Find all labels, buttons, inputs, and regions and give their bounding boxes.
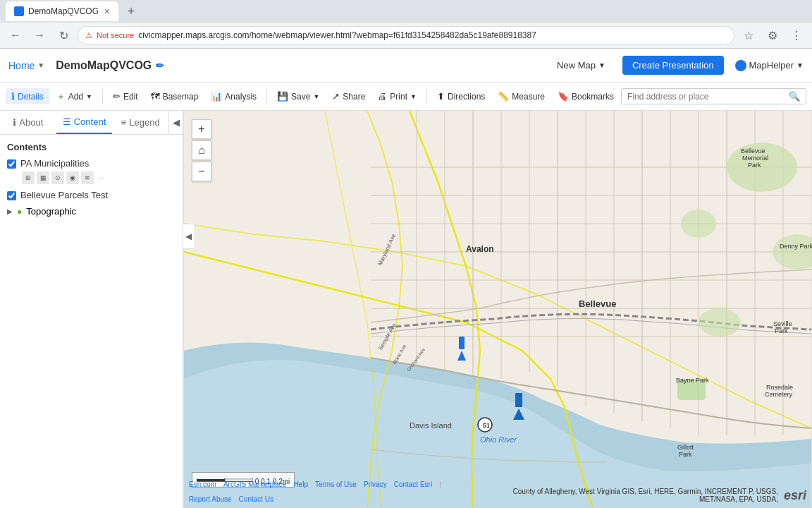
toolbar-separator-1	[102, 89, 103, 104]
map-container[interactable]: Bellevue Avalon Davis Island Ohio River …	[183, 111, 812, 508]
layer-tool-analysis[interactable]: ≋	[81, 171, 94, 184]
tab-content[interactable]: ☰ Content	[56, 111, 113, 134]
layer-group-name: Topographic	[26, 206, 76, 217]
share-icon: ↗	[332, 91, 340, 102]
arcgis-marketplace-link[interactable]: ArcGIS Marketplace	[223, 480, 286, 488]
tab-legend[interactable]: ≡ Legend	[112, 111, 168, 134]
directions-button[interactable]: ⬆ Directions	[431, 88, 491, 104]
bookmarks-button[interactable]: 🔖 Bookmarks	[552, 88, 620, 104]
content-icon: ☰	[63, 116, 71, 127]
layer-name-pa-municipalities: PA Municipalities	[20, 158, 109, 169]
layer-item-bellevue-parcels: Bellevue Parcels Test	[7, 190, 176, 200]
esri-com-link[interactable]: Esri.com	[189, 480, 216, 488]
new-map-chevron-icon: ▼	[598, 61, 605, 69]
create-presentation-button[interactable]: Create Presentation	[622, 56, 724, 75]
svg-text:Denny Park: Denny Park	[780, 243, 812, 250]
measure-icon: 📏	[498, 91, 509, 102]
zoom-home-button[interactable]: ⌂	[192, 140, 211, 160]
privacy-link[interactable]: Privacy	[364, 480, 387, 488]
save-label: Save	[291, 92, 310, 102]
svg-text:Avalon: Avalon	[466, 244, 494, 254]
svg-text:Park: Park	[748, 162, 761, 169]
measure-button[interactable]: 📏 Measure	[492, 88, 550, 104]
extensions-button[interactable]: ⚙	[763, 25, 782, 45]
contact-us-link[interactable]: Contact Us	[239, 495, 273, 503]
svg-text:Gillott: Gillott	[677, 444, 694, 451]
edit-title-icon[interactable]: ✏	[156, 60, 164, 71]
tab-bar: DemoMapQVCOG × +	[0, 0, 812, 23]
layer-group-topographic[interactable]: ▶ ● Topographic	[7, 206, 176, 217]
svg-rect-6	[459, 337, 465, 349]
svg-rect-8	[515, 393, 522, 407]
back-button[interactable]: ←	[6, 25, 25, 45]
sidebar: ℹ About ☰ Content ≡ Legend ◀ Contents PA…	[0, 111, 183, 508]
svg-text:51: 51	[483, 422, 490, 429]
forward-button[interactable]: →	[30, 25, 49, 45]
toolbar-separator-3	[426, 89, 427, 104]
map-controls: + ⌂ −	[192, 119, 211, 181]
svg-point-4	[681, 210, 716, 238]
attribution-links: Esri.com ArcGIS Marketplace Help Terms o…	[189, 480, 484, 503]
help-link[interactable]: Help	[293, 480, 308, 488]
address-bar[interactable]: ⚠ Not secure civicmapper.maps.arcgis.com…	[78, 26, 734, 44]
main-layout: ℹ About ☰ Content ≡ Legend ◀ Contents PA…	[0, 111, 812, 508]
print-icon: 🖨	[378, 91, 387, 102]
contents-header: Contents	[7, 142, 176, 152]
zoom-out-button[interactable]: −	[192, 162, 211, 181]
share-button[interactable]: ↗ Share	[326, 88, 371, 104]
legend-label: Legend	[129, 117, 159, 128]
print-button[interactable]: 🖨 Print ▼	[372, 88, 422, 104]
map-title: DemoMapQVCOG ✏	[56, 59, 164, 72]
svg-text:Bayne Park: Bayne Park	[676, 377, 709, 384]
layer-tools-pa-municipalities: ⊞ ▦ ⊙ ◉ ≋ ···	[22, 171, 109, 184]
analysis-button[interactable]: 📊 Analysis	[205, 88, 262, 104]
search-input[interactable]	[627, 92, 785, 102]
add-button[interactable]: ＋ Add ▼	[51, 87, 98, 106]
sidebar-tabs: ℹ About ☰ Content ≡ Legend ◀	[0, 111, 183, 135]
sidebar-expand-button[interactable]: ◀	[183, 224, 195, 249]
layer-group-chevron-icon: ▶	[7, 207, 13, 215]
contact-link[interactable]: Contact Esri	[394, 480, 432, 488]
svg-text:Bellevue: Bellevue	[741, 147, 765, 155]
search-icon[interactable]: 🔍	[789, 91, 800, 102]
svg-text:Ohio River: Ohio River	[480, 435, 517, 444]
layer-checkbox-pa-municipalities[interactable]	[7, 159, 16, 169]
details-button[interactable]: ℹ Details	[6, 88, 49, 104]
layer-tool-grid[interactable]: ▦	[37, 171, 49, 184]
svg-text:Davis Island: Davis Island	[410, 421, 452, 430]
sidebar-collapse-button[interactable]: ◀	[168, 111, 183, 134]
maphelper-chevron-icon: ▼	[796, 61, 804, 69]
add-icon: ＋	[56, 90, 66, 103]
zoom-in-button[interactable]: +	[192, 119, 211, 139]
new-map-button[interactable]: New Map ▼	[551, 57, 611, 73]
tab-about[interactable]: ℹ About	[0, 111, 56, 134]
layer-tool-more[interactable]: ···	[96, 171, 109, 184]
esri-logo: esri	[784, 488, 806, 503]
svg-text:Seville: Seville	[773, 320, 792, 327]
layer-checkbox-bellevue-parcels[interactable]	[7, 191, 16, 200]
layer-name-bellevue-parcels: Bellevue Parcels Test	[20, 190, 176, 200]
menu-button[interactable]: ⋮	[787, 25, 806, 45]
maphelper-button[interactable]: MapHelper ▼	[735, 60, 804, 71]
refresh-button[interactable]: ↻	[54, 25, 73, 45]
layer-tool-filter[interactable]: ⊙	[51, 171, 64, 184]
tab-close-button[interactable]: ×	[104, 6, 110, 17]
save-button[interactable]: 💾 Save ▼	[271, 88, 325, 104]
layer-tool-table[interactable]: ⊞	[22, 171, 35, 184]
layer-group-dot-icon: ●	[17, 207, 22, 217]
search-box[interactable]: 🔍	[621, 88, 806, 104]
new-tab-button[interactable]: +	[121, 1, 141, 21]
edit-button[interactable]: ✏ Edit	[107, 88, 144, 104]
attribution: Esri.com ArcGIS Marketplace Help Terms o…	[183, 480, 812, 503]
home-link[interactable]: Home ▼	[8, 60, 44, 71]
map-svg: Bellevue Avalon Davis Island Ohio River …	[183, 111, 812, 508]
svg-text:Cemetery: Cemetery	[765, 391, 793, 398]
report-abuse-link[interactable]: Report Abuse	[189, 495, 232, 503]
terms-link[interactable]: Terms of Use	[315, 480, 357, 488]
app-header: Home ▼ DemoMapQVCOG ✏ New Map ▼ Create P…	[0, 49, 812, 83]
basemap-button[interactable]: 🗺 Basemap	[145, 88, 204, 104]
layer-tool-style[interactable]: ◉	[66, 171, 79, 184]
active-tab[interactable]: DemoMapQVCOG ×	[6, 1, 118, 21]
attribution-text: County of Allegheny, West Virginia GIS, …	[484, 488, 778, 503]
bookmark-button[interactable]: ☆	[739, 25, 758, 45]
